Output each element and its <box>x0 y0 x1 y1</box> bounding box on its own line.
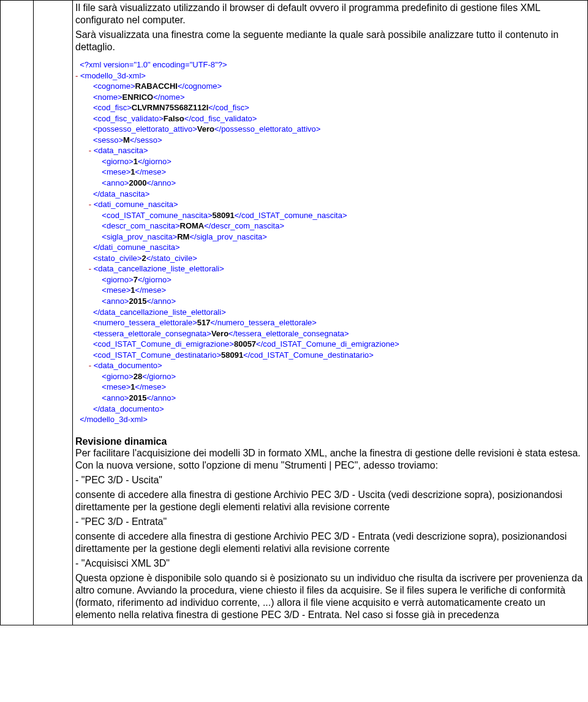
intro-paragraph-2: Sarà visualizzata una finestra come la s… <box>75 29 585 53</box>
revision-body: Per facilitare l'acquisizione dei modell… <box>75 447 585 472</box>
empty-col-1 <box>1 1 34 625</box>
revision-item3-title: - "Acquisisci XML 3D" <box>75 557 585 570</box>
xml-sample: <?xml version="1.0" encoding="UTF-8"?> -… <box>75 59 585 425</box>
revision-item1-title: - "PEC 3/D - Uscita" <box>75 474 585 486</box>
intro-paragraph-1: Il file sarà visualizzato utilizzando il… <box>75 2 585 26</box>
revision-item3-body: Questa opzione è disponibile solo quando… <box>75 572 585 621</box>
document-table: Il file sarà visualizzato utilizzando il… <box>0 0 588 625</box>
revision-item2-body: consente di accedere alla finestra di ge… <box>75 530 585 555</box>
revision-item2-title: - "PEC 3/D - Entrata" <box>75 516 585 528</box>
content-cell: Il file sarà visualizzato utilizzando il… <box>73 1 588 625</box>
empty-col-2 <box>34 1 73 625</box>
revision-item1-body: consente di accedere alla finestra di ge… <box>75 489 585 513</box>
revision-title: Revisione dinamica <box>75 436 585 447</box>
